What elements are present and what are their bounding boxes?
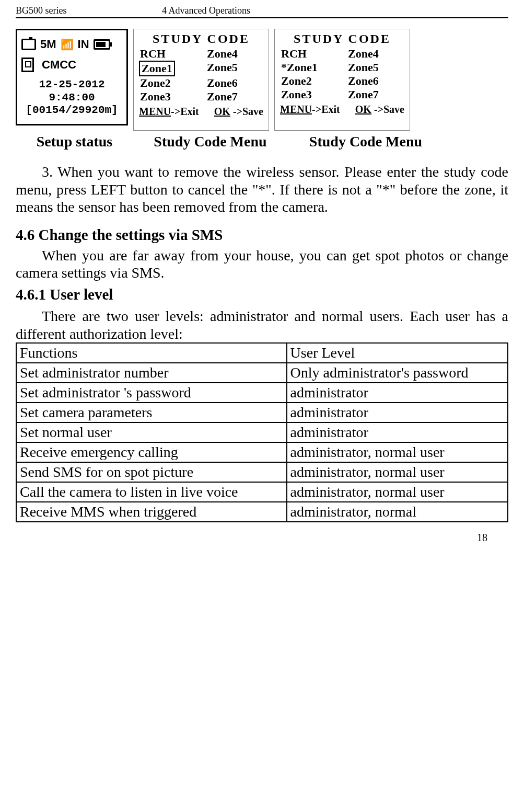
table-cell: Call the camera to listen in live voice (16, 482, 287, 502)
menu-title: STUDY CODE (139, 32, 263, 46)
figure-captions: Setup status Study Code Menu Study Code … (16, 133, 508, 150)
study-code-menu-2: STUDY CODE RCH Zone4 *Zone1 Zone5 Zone2 … (274, 29, 410, 131)
lcd-time: 9:48:00 (21, 92, 122, 104)
sd-card-icon (21, 58, 34, 72)
table-cell-userlevel: User Level (287, 343, 508, 363)
menu-cell-zone3: Zone3 (280, 88, 337, 101)
menu-cell-zone3: Zone3 (139, 90, 196, 104)
section-4-6-body: When you are far away from your house, y… (16, 247, 508, 282)
lcd-datetime: 12-25-2012 9:48:00 [00154/29920m] (21, 78, 122, 116)
menu-cell-zone4: Zone4 (347, 47, 404, 61)
camera-icon (21, 39, 36, 50)
menu-cell-zone1-selected: Zone1 (139, 61, 175, 76)
table-cell: administrator (287, 422, 508, 442)
caption-setup-status: Setup status (16, 133, 133, 150)
menu-cell-zone5: Zone5 (206, 61, 263, 76)
menu-cell-zone6: Zone6 (206, 76, 263, 90)
caption-study-code-2: Study Code Menu (287, 133, 444, 150)
table-row: Set administrator numberOnly administrat… (16, 363, 508, 383)
menu-cell-zone5: Zone5 (347, 61, 404, 74)
menu-exit: MENU->Exit (280, 104, 340, 116)
header-chapter: 4 Advanced Operations (162, 5, 250, 16)
menu-title: STUDY CODE (280, 32, 404, 46)
section-4-6: 4.6 Change the settings via SMS (16, 226, 508, 244)
menu-cell-zone2: Zone2 (139, 76, 196, 90)
menu-cell-zone4: Zone4 (206, 47, 263, 61)
menu-cell-zone7: Zone7 (206, 90, 263, 104)
figure-row: 5M 📶 IN CMCC 12-25-2012 9:48:00 [00154/2… (16, 29, 508, 131)
caption-study-code-1: Study Code Menu (133, 133, 287, 150)
menu-cell-zone1-starred: *Zone1 (280, 61, 337, 74)
menu-footer: MENU->Exit OK ->Save (139, 106, 263, 118)
table-row: Set normal useradministrator (16, 422, 508, 442)
table-cell: Set camera parameters (16, 403, 287, 422)
table-cell: Send SMS for on spot picture (16, 462, 287, 482)
table-cell: Set normal user (16, 422, 287, 442)
lcd-resolution: 5M (40, 38, 56, 51)
table-cell: administrator, normal user (287, 442, 508, 462)
menu-cell-zone6: Zone6 (347, 74, 404, 88)
table-cell: Receive emergency calling (16, 442, 287, 462)
menu-cell-zone7: Zone7 (347, 88, 404, 101)
study-code-menu-1: STUDY CODE RCH Zone4 Zone1 Zone5 Zone2 Z… (133, 29, 269, 131)
menu-save: OK ->Save (355, 104, 404, 116)
menu-cell-zone2: Zone2 (280, 74, 337, 88)
table-row: Set camera parametersadministrator (16, 403, 508, 422)
table-cell: administrator (287, 383, 508, 403)
section-4-6-1-body: There are two user levels: administrator… (16, 307, 508, 342)
table-row: Receive MMS when triggeredadministrator,… (16, 502, 508, 522)
lcd-date: 12-25-2012 (21, 78, 122, 91)
table-row: Call the camera to listen in live voicea… (16, 482, 508, 502)
user-level-table: FunctionsUser Level Set administrator nu… (16, 342, 508, 522)
menu-exit: MENU->Exit (139, 106, 199, 118)
menu-save: OK ->Save (214, 106, 263, 118)
table-cell: Receive MMS when triggered (16, 502, 287, 522)
lcd-in: IN (78, 38, 89, 51)
table-cell: administrator (287, 403, 508, 422)
battery-icon (94, 39, 110, 50)
table-cell: Set administrator 's password (16, 383, 287, 403)
table-cell-functions: Functions (16, 343, 287, 363)
table-row: Set administrator 's passwordadministrat… (16, 383, 508, 403)
table-row: Send SMS for on spot pictureadministrato… (16, 462, 508, 482)
signal-icon: 📶 (61, 38, 74, 51)
lcd-counter: [00154/29920m] (21, 104, 122, 117)
section-4-6-1: 4.6.1 User level (16, 286, 508, 303)
lcd-status-row: 5M 📶 IN (21, 38, 122, 51)
page-header: BG500 series 4 Advanced Operations (16, 5, 508, 18)
table-cell: Set administrator number (16, 363, 287, 383)
table-cell: administrator, normal user (287, 482, 508, 502)
menu-footer: MENU->Exit OK ->Save (280, 104, 404, 116)
lcd-carrier: CMCC (42, 58, 76, 72)
menu-cell-rch: RCH (139, 47, 196, 61)
lcd-carrier-row: CMCC (21, 58, 122, 72)
setup-status-lcd: 5M 📶 IN CMCC 12-25-2012 9:48:00 [00154/2… (16, 29, 128, 125)
paragraph-3: 3. When you want to remove the wireless … (16, 163, 508, 216)
table-cell: administrator, normal (287, 502, 508, 522)
table-cell: Only administrator's password (287, 363, 508, 383)
page-number: 18 (16, 532, 508, 544)
table-cell: administrator, normal user (287, 462, 508, 482)
menu-cell-rch: RCH (280, 47, 337, 61)
table-row: Receive emergency callingadministrator, … (16, 442, 508, 462)
table-row: FunctionsUser Level (16, 343, 508, 363)
header-series: BG500 series (16, 5, 162, 16)
